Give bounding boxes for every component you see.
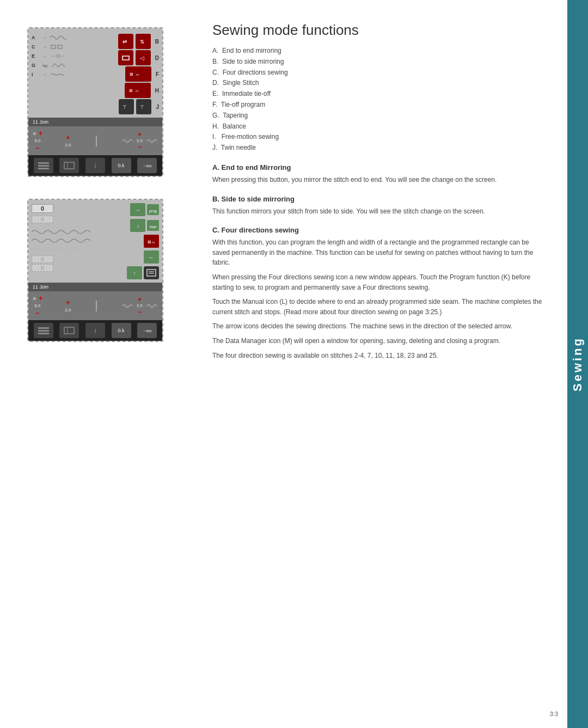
list-item: I. Free-motion sewing — [212, 132, 546, 142]
stitch-pattern-G — [51, 62, 67, 69]
sidebar-label: Sewing — [571, 337, 585, 391]
stitch-ctrl-icon-4 — [146, 301, 158, 311]
btn-stitch-select-2[interactable] — [59, 323, 79, 338]
zero-display-2: 0 — [32, 216, 53, 223]
ctrl-group-right-2: + 3.5 − — [121, 296, 158, 316]
plus-btn-4[interactable]: + — [39, 295, 42, 302]
btn-twin-needle[interactable]: ⊤ — [119, 99, 134, 114]
plus-btn-6[interactable]: + — [138, 296, 142, 303]
ctrl-group-r2: + 3.0 − — [137, 131, 143, 151]
svg-text:⊠: ⊠ — [148, 240, 151, 244]
data-mgr-icon — [146, 268, 157, 277]
btn-stitch-select[interactable] — [59, 158, 79, 173]
page-container: A → C → — [0, 0, 588, 728]
btn-right-arrow[interactable]: → — [130, 203, 145, 216]
end-mirror-icon: ⇄ — [121, 37, 130, 46]
svg-text:m: m — [136, 89, 138, 93]
btn-row-AB: ⇄ ⇅ B — [118, 34, 159, 49]
stitch-pattern-A — [50, 34, 66, 41]
man-btn[interactable]: man — [147, 220, 159, 231]
four-dir-left-area: 0 0 — [32, 203, 102, 272]
sidebar: Sewing — [567, 0, 588, 728]
machine-screen-2: 0 0 — [27, 199, 163, 342]
plus-btn-1[interactable]: + — [39, 130, 42, 137]
btn-up-arrow[interactable]: ↑ — [127, 266, 142, 279]
btn-balance[interactable]: ⊠m — [125, 83, 151, 98]
btn-row-K: → prog — [130, 203, 159, 216]
man-label: man — [149, 225, 157, 229]
label-H: H — [155, 88, 159, 94]
label-C: C — [32, 44, 40, 50]
btn-row-up: ↑ — [127, 266, 159, 279]
subsection-C-body-6: The four direction sewing is available o… — [212, 351, 546, 361]
list-text: Single Stitch — [223, 79, 259, 87]
list-text: End to end mirroring — [222, 47, 281, 54]
row-E: E → — [32, 52, 67, 60]
ctrl-buttons-left: ⊕ + — [33, 130, 42, 137]
prog-label: prog — [149, 209, 157, 213]
tieoff-icon: ⊠m — [128, 70, 148, 78]
svg-text:⇄: ⇄ — [122, 39, 127, 45]
btn-data-mgr[interactable] — [144, 266, 159, 279]
screen1-controls: ⊕ + 6.0 − + 2.0 — [28, 126, 162, 155]
stitch-pattern-E — [50, 52, 66, 60]
left-column: A → C → — [27, 22, 185, 706]
btn-four-dir[interactable] — [118, 50, 133, 65]
btn-tie-off-imm[interactable]: ⊠m — [125, 66, 151, 82]
list-item: C. Four directions sewing — [212, 68, 546, 77]
btn-left-arrow[interactable]: ← — [144, 250, 159, 264]
stitch-ctrl-icon-2 — [146, 136, 158, 146]
stitch-row-1 — [32, 228, 91, 236]
right-column: Sewing mode functions A. End to end mirr… — [201, 22, 546, 706]
label-I: I — [32, 72, 40, 77]
ctrl-group-mid-2: + 2.0 — [65, 299, 71, 313]
four-dir-icon — [121, 53, 130, 62]
subsection-B-title: B. Side to side mirroring — [212, 195, 546, 203]
list-text: Tie-off program — [221, 101, 265, 108]
svg-text:⊤: ⊤ — [140, 105, 144, 110]
btn-single-stitch[interactable]: ◁ — [136, 50, 151, 65]
minus-btn-3[interactable]: − — [138, 143, 142, 151]
btn-menu[interactable] — [34, 158, 53, 173]
btn-ok-2[interactable]: 0.k — [112, 323, 131, 338]
btn-esc[interactable]: →esc — [137, 158, 157, 173]
btn-twin-needle-2[interactable]: ⊤ — [136, 99, 151, 114]
minus-btn-4[interactable]: − — [36, 309, 40, 317]
prog-btn[interactable]: prog — [147, 204, 159, 215]
plus-btn-5[interactable]: + — [66, 299, 70, 307]
label-E: E — [32, 53, 40, 59]
btn-info-2[interactable]: i — [85, 323, 105, 338]
btn-info[interactable]: i — [85, 158, 105, 173]
plus-btn-3[interactable]: + — [138, 131, 142, 138]
btn-left-stitch[interactable]: ⊠m — [144, 235, 159, 248]
btn-esc-2[interactable]: →esc — [137, 323, 157, 338]
plus-btn-2[interactable]: + — [66, 134, 70, 142]
minus-btn-1[interactable]: − — [36, 144, 40, 152]
btn-ok[interactable]: 0.k — [112, 158, 131, 173]
stitch-ctrl-icon — [121, 136, 133, 146]
btn-row-CD: ◁ D — [118, 50, 159, 65]
list-letter: G. — [212, 112, 219, 119]
btn-row-stitch: ⊠m — [144, 235, 159, 248]
subsection-B-body: This function mirrors your stitch from s… — [212, 206, 546, 217]
svg-rect-27 — [64, 327, 74, 334]
list-letter: I. — [212, 133, 216, 140]
list-item: D. Single Stitch — [212, 78, 546, 88]
btn-menu-2[interactable] — [34, 323, 53, 338]
btn-side-to-side[interactable]: ⇅ — [136, 34, 151, 49]
btn-down-arrow[interactable]: ↓ — [130, 219, 145, 232]
btn-end-to-end[interactable]: ⇄ — [118, 34, 133, 49]
svg-text:m: m — [136, 73, 139, 76]
balance-icon: ⊠m — [128, 86, 148, 95]
svg-rect-1 — [58, 45, 62, 48]
screen2-wrapper: 0 0 — [27, 199, 185, 342]
svg-rect-25 — [38, 330, 49, 332]
list-item: G. Tapering — [212, 111, 546, 120]
minus-btn-6[interactable]: − — [138, 308, 142, 316]
four-dir-buttons: → prog ↓ man — [127, 203, 159, 279]
ctrl-divider — [96, 136, 97, 146]
screen1-display: A → C → — [28, 28, 162, 118]
screen1-bottom-bar: i 0.k →esc — [28, 155, 162, 176]
single-stitch-icon: ◁ — [139, 53, 148, 62]
val2-label: 2.0 — [65, 143, 71, 148]
